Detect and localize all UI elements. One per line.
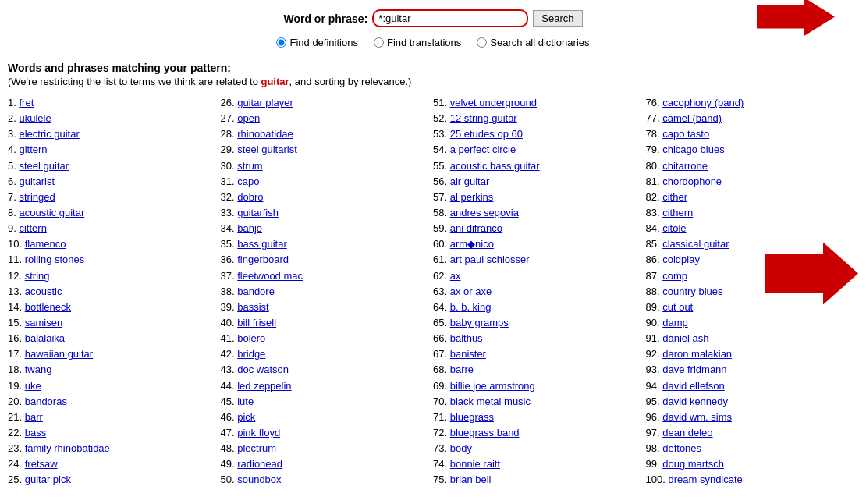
item-link[interactable]: cut out xyxy=(662,301,693,313)
item-link[interactable]: david kennedy xyxy=(662,396,728,407)
item-link[interactable]: open xyxy=(237,112,260,124)
item-link[interactable]: acoustic guitar xyxy=(19,207,84,218)
item-link[interactable]: banjo xyxy=(237,222,262,234)
item-link[interactable]: al perkins xyxy=(450,191,494,203)
item-link[interactable]: art paul schlosser xyxy=(450,254,530,265)
item-link[interactable]: string xyxy=(25,270,50,282)
item-link[interactable]: rolling stones xyxy=(25,254,85,265)
item-link[interactable]: gittern xyxy=(19,144,47,155)
item-link[interactable]: guitar player xyxy=(237,97,293,108)
item-link[interactable]: steel guitarist xyxy=(237,144,297,155)
item-link[interactable]: balalaika xyxy=(25,332,65,344)
item-link[interactable]: dobro xyxy=(237,191,263,203)
item-link[interactable]: daniel ash xyxy=(662,332,708,344)
item-link[interactable]: dream syndicate xyxy=(668,474,742,485)
item-link[interactable]: barr xyxy=(25,411,43,423)
search-button[interactable]: Search xyxy=(533,10,582,27)
item-link[interactable]: stringed xyxy=(19,191,55,203)
item-link[interactable]: lute xyxy=(237,396,254,407)
item-link[interactable]: strum xyxy=(237,160,263,172)
item-link[interactable]: fingerboard xyxy=(237,254,289,265)
item-link[interactable]: chitarrone xyxy=(662,160,708,172)
item-link[interactable]: velvet underground xyxy=(450,97,537,108)
item-link[interactable]: samisen xyxy=(25,317,62,328)
item-link[interactable]: guitarfish xyxy=(237,207,279,218)
item-link[interactable]: fret xyxy=(19,97,34,108)
item-link[interactable]: bassist xyxy=(237,301,268,313)
item-link[interactable]: damp xyxy=(662,317,688,328)
item-link[interactable]: dean deleo xyxy=(662,427,712,438)
search-input[interactable] xyxy=(372,9,528,27)
item-link[interactable]: led zeppelin xyxy=(237,380,291,392)
item-link[interactable]: baby gramps xyxy=(450,317,509,328)
radio-search-all-dicts[interactable]: Search all dictionaries xyxy=(477,37,589,48)
item-link[interactable]: 25 etudes op 60 xyxy=(450,128,523,140)
item-link[interactable]: banister xyxy=(450,348,486,360)
item-link[interactable]: david wm. sims xyxy=(662,411,732,423)
item-link[interactable]: capo tasto xyxy=(662,128,709,140)
item-link[interactable]: guitarist xyxy=(19,176,55,187)
item-link[interactable]: bluegrass band xyxy=(450,427,520,438)
item-link[interactable]: bolero xyxy=(237,332,265,344)
item-link[interactable]: balthus xyxy=(450,332,483,344)
item-link[interactable]: brian bell xyxy=(450,474,492,485)
item-link[interactable]: electric guitar xyxy=(19,128,79,140)
item-link[interactable]: 12 string guitar xyxy=(450,112,517,124)
item-link[interactable]: bandoras xyxy=(25,396,67,407)
radio-find-definitions[interactable]: Find definitions xyxy=(276,37,357,48)
item-link[interactable]: guitar pick xyxy=(25,474,71,485)
item-link[interactable]: acoustic bass guitar xyxy=(450,160,540,172)
item-link[interactable]: david ellefson xyxy=(662,380,725,392)
item-link[interactable]: ukulele xyxy=(19,112,51,124)
item-link[interactable]: chordophone xyxy=(662,176,722,187)
item-link[interactable]: billie joe armstrong xyxy=(450,380,535,392)
item-link[interactable]: barre xyxy=(450,364,474,375)
item-link[interactable]: twang xyxy=(25,364,52,375)
item-link[interactable]: plectrum xyxy=(237,442,276,454)
item-link[interactable]: camel (band) xyxy=(662,112,722,124)
item-link[interactable]: pick xyxy=(237,411,255,423)
item-link[interactable]: ax xyxy=(450,270,461,282)
item-link[interactable]: hawaiian guitar xyxy=(25,348,93,360)
item-link[interactable]: classical guitar xyxy=(662,238,729,250)
item-link[interactable]: cither xyxy=(662,191,687,203)
item-link[interactable]: doc watson xyxy=(237,364,289,375)
item-link[interactable]: citole xyxy=(662,222,686,234)
item-link[interactable]: country blues xyxy=(662,286,722,297)
item-link[interactable]: bluegrass xyxy=(450,411,494,423)
item-link[interactable]: comp xyxy=(662,270,687,282)
item-link[interactable]: cacophony (band) xyxy=(662,97,744,108)
item-link[interactable]: b. b. king xyxy=(450,301,492,313)
item-link[interactable]: bonnie raitt xyxy=(450,458,500,470)
item-link[interactable]: andres segovia xyxy=(450,207,519,218)
item-link[interactable]: capo xyxy=(237,176,259,187)
item-link[interactable]: radiohead xyxy=(237,458,282,470)
item-link[interactable]: air guitar xyxy=(450,176,490,187)
item-link[interactable]: cittern xyxy=(19,222,46,234)
item-link[interactable]: daron malakian xyxy=(662,348,732,360)
item-link[interactable]: cithern xyxy=(662,207,693,218)
item-link[interactable]: acoustic xyxy=(25,286,62,297)
item-link[interactable]: deftones xyxy=(662,442,701,454)
item-link[interactable]: bass guitar xyxy=(237,238,287,250)
item-link[interactable]: coldplay xyxy=(662,254,700,265)
item-link[interactable]: bill frisell xyxy=(237,317,276,328)
item-link[interactable]: bottleneck xyxy=(25,301,71,313)
item-link[interactable]: soundbox xyxy=(237,474,281,485)
item-link[interactable]: chicago blues xyxy=(662,144,725,155)
item-link[interactable]: arm◆nico xyxy=(450,238,494,250)
radio-find-translations[interactable]: Find translations xyxy=(374,37,461,48)
item-link[interactable]: doug martsch xyxy=(662,458,724,470)
item-link[interactable]: dave fridmann xyxy=(662,364,726,375)
item-link[interactable]: pink floyd xyxy=(237,427,280,438)
item-link[interactable]: fleetwood mac xyxy=(237,270,303,282)
item-link[interactable]: bandore xyxy=(237,286,275,297)
item-link[interactable]: family rhinobatidae xyxy=(25,442,110,454)
item-link[interactable]: flamenco xyxy=(25,238,66,250)
item-link[interactable]: bridge xyxy=(237,348,265,360)
item-link[interactable]: ani difranco xyxy=(450,222,502,234)
item-link[interactable]: uke xyxy=(25,380,41,392)
item-link[interactable]: ax or axe xyxy=(450,286,492,297)
item-link[interactable]: body xyxy=(450,442,472,454)
item-link[interactable]: steel guitar xyxy=(19,160,69,172)
